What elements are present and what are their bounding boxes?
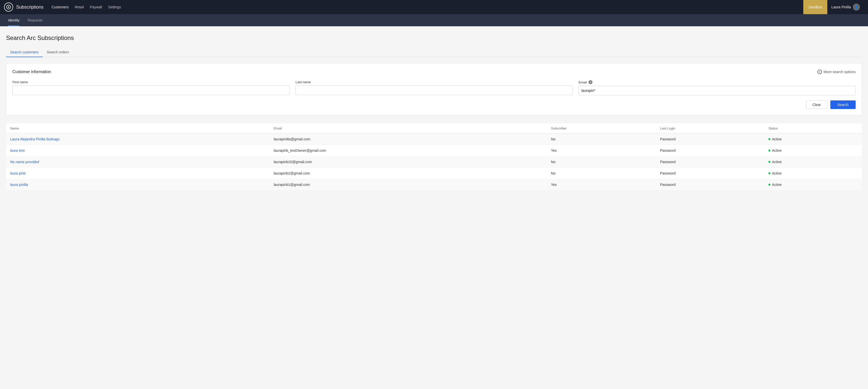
email-input[interactable] [579, 86, 856, 95]
customer-last-login: Password [656, 168, 765, 179]
customer-email: laurapinilla@gmail.com [270, 133, 547, 145]
subnav: Identity Requests [0, 14, 868, 26]
user-icon-symbol: 👤 [855, 5, 858, 9]
circle-plus-icon: + [817, 69, 822, 74]
status-label: Active [772, 160, 781, 164]
main-content: Search Arc Subscriptions Search customer… [0, 26, 868, 389]
logo-inner: A [6, 5, 11, 9]
customer-last-login: Password [656, 145, 765, 156]
customer-last-login: Password [656, 179, 765, 190]
col-header-email: Email [270, 123, 547, 133]
customer-last-login: Password [656, 156, 765, 168]
customer-last-login: Password [656, 133, 765, 145]
col-header-last-login: Last Login [656, 123, 765, 133]
table-row: Laura Alejandra Pinilla Buitragolaurapin… [6, 133, 862, 145]
status-badge: Active [768, 183, 858, 187]
customer-status: Active [764, 133, 862, 145]
last-name-field: Last name [296, 80, 572, 95]
nav-item-paywall[interactable]: Paywall [90, 5, 102, 9]
nav-item-retail[interactable]: Retail [75, 5, 84, 9]
col-header-name: Name [6, 123, 270, 133]
status-dot [768, 184, 770, 186]
status-badge: Active [768, 137, 858, 141]
status-badge: Active [768, 160, 858, 164]
button-row: Clear Search [12, 100, 856, 109]
customer-status: Active [764, 145, 862, 156]
tab-bar: Search customers Search orders [6, 48, 862, 57]
status-dot [768, 161, 770, 163]
customer-status: Active [764, 168, 862, 179]
email-label: Email i [579, 80, 856, 84]
customer-name-link[interactable]: No name provided [10, 160, 39, 164]
customer-subscriber: No [547, 168, 656, 179]
page-title: Search Arc Subscriptions [6, 34, 862, 41]
user-avatar: 👤 [853, 4, 860, 11]
navbar-right: Sandbox Laura Pinilla 👤 [803, 0, 864, 14]
table-row: No name providedlaurapinb10@gmail.comNoP… [6, 156, 862, 168]
customer-subscriber: No [547, 156, 656, 168]
logo-letter: A [8, 6, 9, 9]
customer-subscriber: No [547, 133, 656, 145]
tab-search-orders[interactable]: Search orders [43, 48, 73, 57]
table-row: laura testlaurapinb_testOwner@gmail.comY… [6, 145, 862, 156]
table-header-row: Name Email Subscriber Last Login Status [6, 123, 862, 133]
customer-subscriber: Yes [547, 179, 656, 190]
section-title: Customer information [12, 69, 51, 74]
status-badge: Active [768, 148, 858, 152]
col-header-status: Status [764, 123, 862, 133]
nav-item-settings[interactable]: Settings [108, 5, 121, 9]
customer-email: laurapinb_testOwner@gmail.com [270, 145, 547, 156]
clear-button[interactable]: Clear [806, 100, 827, 109]
customer-email: laurapinb1@gmail.com [270, 179, 547, 190]
last-name-label: Last name [296, 80, 572, 84]
customer-name-link[interactable]: laura pinilla [10, 183, 28, 187]
customer-subscriber: Yes [547, 145, 656, 156]
status-label: Active [772, 137, 781, 141]
col-header-subscriber: Subscriber [547, 123, 656, 133]
user-label: Laura Pinilla [831, 5, 851, 9]
tab-search-customers[interactable]: Search customers [6, 48, 43, 57]
table-row: laura pinillalaurapinb1@gmail.comYesPass… [6, 179, 862, 190]
first-name-field: First name [12, 80, 289, 95]
results-table: Name Email Subscriber Last Login Status … [6, 123, 862, 190]
customer-status: Active [764, 179, 862, 190]
status-badge: Active [768, 171, 858, 175]
navbar-nav: Customers Retail Paywall Settings [52, 5, 803, 9]
more-options-label: More search options [824, 70, 856, 74]
status-dot [768, 172, 770, 174]
sandbox-button[interactable]: Sandbox [803, 0, 827, 14]
navbar-brand: Subscriptions [16, 5, 43, 10]
first-name-input[interactable] [12, 86, 289, 95]
nav-item-customers[interactable]: Customers [52, 5, 69, 9]
customer-name-link[interactable]: laura test [10, 148, 25, 152]
status-dot [768, 138, 770, 140]
customer-name-link[interactable]: Laura Alejandra Pinilla Buitrago [10, 137, 59, 141]
more-search-options-button[interactable]: + More search options [817, 69, 856, 74]
subnav-item-identity[interactable]: Identity [4, 14, 24, 26]
customer-email: laurapinb10@gmail.com [270, 156, 547, 168]
email-info-icon: i [588, 80, 592, 84]
search-button[interactable]: Search [830, 100, 856, 109]
search-section: Customer information + More search optio… [6, 63, 862, 115]
customer-email: laurapinb2@gmail.com [270, 168, 547, 179]
navbar: A Subscriptions Customers Retail Paywall… [0, 0, 868, 14]
last-name-input[interactable] [296, 86, 572, 95]
status-label: Active [772, 171, 781, 175]
customer-name-link[interactable]: laura pinb [10, 171, 26, 175]
first-name-label: First name [12, 80, 289, 84]
customer-status: Active [764, 156, 862, 168]
status-label: Active [772, 148, 781, 152]
logo[interactable]: A [4, 3, 13, 12]
user-menu-button[interactable]: Laura Pinilla 👤 [827, 0, 864, 14]
status-dot [768, 149, 770, 151]
form-row: First name Last name Email i [12, 80, 856, 95]
subnav-item-requests[interactable]: Requests [24, 14, 46, 26]
table-row: laura pinblaurapinb2@gmail.comNoPassword… [6, 168, 862, 179]
email-field: Email i [579, 80, 856, 95]
status-label: Active [772, 183, 781, 187]
search-section-header: Customer information + More search optio… [12, 69, 856, 74]
